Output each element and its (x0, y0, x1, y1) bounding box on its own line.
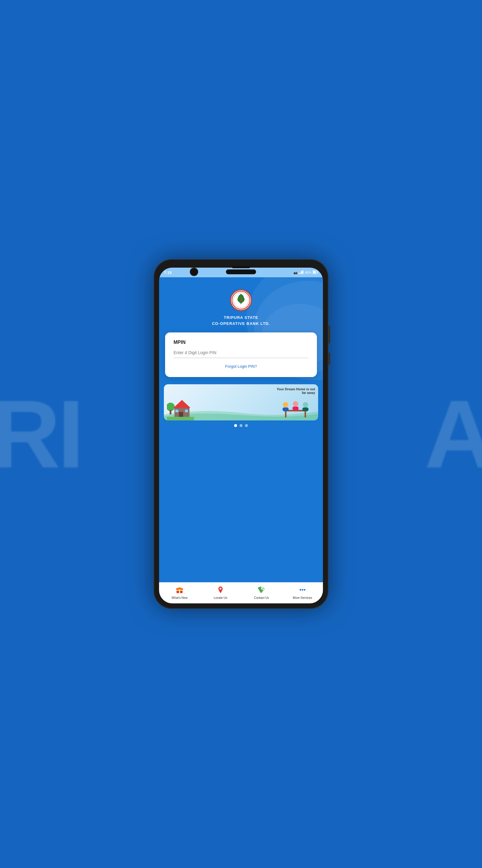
whats-new-icon (175, 586, 184, 595)
svg-rect-27 (292, 407, 298, 410)
svg-rect-29 (302, 407, 309, 411)
svg-rect-33 (176, 590, 183, 591)
bank-logo (230, 289, 252, 311)
banner-dots (234, 424, 248, 427)
nav-item-contact-us[interactable]: Contact Us (241, 582, 282, 603)
phone-screen: 7:15 📷 46% (159, 268, 323, 603)
house-illustration (167, 393, 194, 421)
dot-1 (234, 424, 237, 427)
banner-area: Your Dream Home is not far away (164, 384, 318, 421)
logo-area: TRIPURA STATE CO-OPERATIVE BANK LTD. (212, 289, 270, 327)
more-services-label: More Services (293, 596, 312, 600)
svg-rect-5 (313, 271, 316, 273)
nav-item-more-services[interactable]: More Services (282, 582, 323, 603)
battery-text: 46% (305, 271, 312, 274)
locate-us-label: Locate Us (214, 596, 227, 600)
svg-point-26 (293, 401, 298, 407)
phone-speaker (226, 270, 256, 274)
mpin-input-container (173, 350, 309, 358)
svg-point-37 (220, 588, 221, 590)
whats-new-label: What's New (171, 596, 187, 600)
svg-point-39 (302, 589, 303, 591)
nav-item-whats-new[interactable]: What's New (159, 582, 200, 603)
svg-point-13 (167, 403, 175, 411)
banner-card: Your Dream Home is not far away (164, 384, 318, 421)
login-card: MPIN Forgot Login PIN? (165, 333, 317, 377)
svg-point-40 (304, 589, 306, 591)
svg-rect-3 (302, 270, 303, 274)
svg-rect-22 (285, 411, 287, 417)
svg-rect-1 (300, 272, 301, 274)
forgot-pin-link[interactable]: Forgot Login PIN? (173, 364, 309, 369)
svg-point-12 (240, 299, 242, 301)
svg-rect-6 (317, 272, 318, 273)
svg-rect-2 (301, 271, 302, 274)
contact-us-label: Contact Us (254, 596, 269, 600)
phone-speaker-top (232, 266, 250, 268)
svg-rect-17 (179, 412, 183, 417)
dot-2 (239, 424, 243, 427)
power-button (328, 326, 330, 344)
status-time: 7:15 (164, 270, 172, 275)
people-illustration (279, 393, 312, 421)
svg-point-24 (283, 402, 288, 407)
contact-us-icon (258, 586, 265, 595)
svg-marker-16 (173, 400, 190, 408)
phone-camera (190, 268, 198, 276)
dot-3 (245, 424, 248, 427)
svg-rect-25 (283, 407, 289, 411)
mpin-input[interactable] (173, 350, 309, 355)
svg-point-38 (300, 589, 301, 591)
bank-name: TRIPURA STATE CO-OPERATIVE BANK LTD. (212, 315, 270, 327)
svg-rect-18 (175, 410, 178, 412)
battery-icon (313, 270, 318, 275)
signal-icon (299, 270, 304, 275)
nav-item-locate-us[interactable]: Locate Us (200, 582, 241, 603)
svg-rect-23 (304, 411, 306, 417)
locate-us-icon (217, 586, 224, 595)
svg-point-36 (179, 588, 181, 589)
svg-rect-20 (167, 417, 194, 421)
phone-frame: 7:15 📷 46% (154, 259, 328, 609)
svg-point-28 (303, 402, 308, 407)
svg-rect-14 (170, 410, 171, 414)
more-services-icon (298, 586, 307, 595)
mpin-label: MPIN (173, 340, 309, 345)
status-icons: 📷 46% (293, 270, 318, 275)
volume-button (328, 352, 330, 365)
background-right-text: A (424, 378, 482, 490)
bottom-nav: What's New Locate Us (159, 582, 323, 603)
svg-rect-19 (185, 410, 188, 412)
camera-status-icon: 📷 (293, 271, 298, 275)
svg-rect-0 (299, 273, 300, 274)
background-left-text: RI (0, 378, 81, 490)
app-content: TRIPURA STATE CO-OPERATIVE BANK LTD. MPI… (159, 277, 323, 582)
